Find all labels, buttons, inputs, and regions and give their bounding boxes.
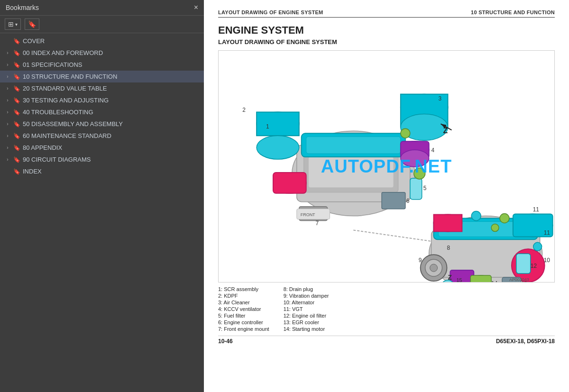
pdf-panel: LAYOUT DRAWING OF ENGINE SYSTEM 10 STRUC… bbox=[204, 0, 569, 392]
legend-item-4: 4: KCCV ventilator bbox=[218, 306, 269, 312]
bookmark-item-20[interactable]: ›🔖20 STANDARD VALUE TABLE bbox=[0, 82, 204, 94]
bookmark-item-00[interactable]: ›🔖00 INDEX AND FOREWORD bbox=[0, 47, 204, 59]
bookmark-label: 01 SPECIFICATIONS bbox=[23, 61, 82, 68]
bookmark-label: 90 CIRCUIT DIAGRAMS bbox=[23, 156, 91, 163]
bookmark-item-80[interactable]: ›🔖80 APPENDIX bbox=[0, 142, 204, 154]
svg-rect-50 bbox=[516, 254, 531, 273]
bookmark-label: 50 DISASSEMBLY AND ASSEMBLY bbox=[23, 120, 123, 128]
svg-text:7: 7 bbox=[316, 220, 319, 227]
legend-item-8: 8: Drain plug bbox=[284, 286, 329, 292]
svg-rect-27 bbox=[410, 178, 422, 200]
page-header-left: LAYOUT DRAWING OF ENGINE SYSTEM bbox=[218, 9, 323, 15]
doc-number: D65EXI-18, D65PXI-18 bbox=[496, 338, 555, 345]
svg-point-34 bbox=[401, 128, 410, 138]
svg-text:4: 4 bbox=[431, 147, 435, 154]
add-bookmark-button[interactable]: 🔖 bbox=[25, 18, 39, 30]
bookmark-label: COVER bbox=[23, 37, 45, 45]
svg-text:FRONT: FRONT bbox=[301, 212, 315, 217]
svg-rect-23 bbox=[273, 173, 306, 193]
svg-rect-6 bbox=[306, 137, 401, 154]
legend-col-1: 1: SCR assembly2: KDPF3: Air Cleaner4: K… bbox=[218, 286, 269, 332]
pdf-page: LAYOUT DRAWING OF ENGINE SYSTEM 10 STRUC… bbox=[204, 0, 569, 392]
bookmark-icon: 🔖 bbox=[13, 38, 21, 45]
bookmark-label: 30 TESTING AND ADJUSTING bbox=[23, 97, 109, 104]
svg-point-64 bbox=[500, 214, 509, 223]
bookmark-item-40[interactable]: ›🔖40 TROUBLESHOOTING bbox=[0, 106, 204, 118]
bookmark-item-50[interactable]: ›🔖50 DISASSEMBLY AND ASSEMBLY bbox=[0, 118, 204, 130]
bookmark-label: 10 STRUCTURE AND FUNCTION bbox=[23, 73, 117, 80]
svg-point-33 bbox=[414, 168, 425, 179]
bookmark-label: 80 APPENDIX bbox=[23, 144, 62, 151]
bookmark-item-90[interactable]: ›🔖90 CIRCUIT DIAGRAMS bbox=[0, 154, 204, 165]
close-bookmarks-button[interactable]: × bbox=[194, 4, 198, 11]
legend-item-7: 7: Front engine mount bbox=[218, 326, 269, 332]
bookmark-icon: 🔖 bbox=[13, 156, 21, 163]
bookmarks-title: Bookmarks bbox=[6, 4, 39, 11]
legend-item-1: 1: SCR assembly bbox=[218, 286, 269, 292]
bookmark-item-01[interactable]: ›🔖01 SPECIFICATIONS bbox=[0, 59, 204, 71]
svg-text:2: 2 bbox=[242, 107, 246, 113]
bookmark-label: INDEX bbox=[23, 168, 42, 175]
bookmark-icon: 🔖 bbox=[13, 73, 21, 80]
chevron-right-icon: › bbox=[4, 145, 11, 150]
svg-text:10: 10 bbox=[544, 257, 551, 264]
svg-text:9: 9 bbox=[419, 257, 422, 264]
page-number: 10-46 bbox=[218, 338, 233, 345]
bookmarks-header: Bookmarks × bbox=[0, 0, 204, 16]
legend-item-2: 2: KDPF bbox=[218, 293, 269, 299]
page-footer: 10-46 D65EXI-18, D65PXI-18 bbox=[218, 336, 555, 345]
chevron-right-icon: › bbox=[4, 109, 11, 115]
page-header: LAYOUT DRAWING OF ENGINE SYSTEM 10 STRUC… bbox=[218, 9, 555, 18]
svg-point-9 bbox=[257, 136, 299, 159]
svg-text:1: 1 bbox=[266, 123, 269, 130]
grid-icon: ⊞ bbox=[8, 20, 14, 28]
bookmark-label: 60 MAINTENANCE STANDARD bbox=[23, 132, 111, 139]
svg-point-59 bbox=[430, 264, 438, 272]
bookmark-icon: 🔖 bbox=[13, 109, 21, 116]
chevron-right-icon: › bbox=[4, 133, 11, 138]
bookmark-item-cover[interactable]: 🔖COVER bbox=[0, 35, 204, 47]
svg-text:5: 5 bbox=[423, 185, 427, 191]
bookmark-label: 20 STANDARD VALUE TABLE bbox=[23, 85, 107, 92]
legend-item-9: 9: Vibration damper bbox=[284, 293, 329, 299]
svg-rect-4 bbox=[309, 157, 394, 188]
legend-item-14: 14: Starting motor bbox=[284, 326, 329, 332]
svg-rect-55 bbox=[470, 275, 491, 282]
bookmark-icon: 🔖 bbox=[13, 97, 21, 104]
svg-point-68 bbox=[533, 242, 542, 251]
engine-diagram: AUTOPDF.NET 2 bbox=[218, 50, 555, 283]
svg-rect-8 bbox=[257, 112, 299, 136]
bookmark-item-index[interactable]: 🔖INDEX bbox=[0, 165, 204, 177]
page-header-right: 10 STRUCTURE AND FUNCTION bbox=[471, 9, 555, 15]
chevron-right-icon: › bbox=[4, 74, 11, 79]
legend-item-12: 12: Engine oil filter bbox=[284, 313, 329, 319]
bookmark-icon: 🔖 bbox=[13, 121, 21, 128]
expand-all-button[interactable]: ⊞ ▾ bbox=[5, 18, 21, 30]
bookmarks-list: 🔖COVER›🔖00 INDEX AND FOREWORD›🔖01 SPECIF… bbox=[0, 33, 204, 392]
bookmark-item-30[interactable]: ›🔖30 TESTING AND ADJUSTING bbox=[0, 94, 204, 106]
dropdown-arrow-icon: ▾ bbox=[15, 22, 18, 27]
bookmark-item-10[interactable]: ›🔖10 STRUCTURE AND FUNCTION bbox=[0, 71, 204, 82]
legend-item-13: 13: EGR cooler bbox=[284, 319, 329, 325]
bookmark-icon: 🔖 bbox=[13, 168, 21, 175]
bookmark-item-60[interactable]: ›🔖60 MAINTENANCE STANDARD bbox=[0, 130, 204, 142]
chevron-right-icon: › bbox=[4, 121, 11, 127]
bookmark-icon: 🔖 bbox=[13, 62, 21, 68]
chevron-right-icon: › bbox=[4, 62, 11, 67]
svg-point-20 bbox=[401, 150, 429, 167]
chevron-right-icon: › bbox=[4, 157, 11, 162]
svg-rect-29 bbox=[382, 192, 405, 209]
bookmark-icon: 🔖 bbox=[13, 85, 21, 92]
engine-svg: 2 3 Z 4 bbox=[219, 51, 554, 282]
legend-item-10: 10: Alternator bbox=[284, 300, 329, 305]
parts-legend: 1: SCR assembly2: KDPF3: Air Cleaner4: K… bbox=[218, 286, 555, 332]
legend-item-6: 6: Engine controller bbox=[218, 319, 269, 325]
bookmarks-panel: Bookmarks × ⊞ ▾ 🔖 🔖COVER›🔖00 INDEX AND F… bbox=[0, 0, 204, 392]
svg-text:6: 6 bbox=[406, 198, 410, 204]
svg-rect-44 bbox=[434, 215, 462, 232]
svg-point-65 bbox=[491, 224, 499, 232]
bookmarks-toolbar: ⊞ ▾ 🔖 bbox=[0, 16, 204, 33]
bookmark-add-icon: 🔖 bbox=[28, 20, 36, 28]
section-title: ENGINE SYSTEM bbox=[218, 24, 555, 36]
bookmark-label: 00 INDEX AND FOREWORD bbox=[23, 49, 103, 56]
